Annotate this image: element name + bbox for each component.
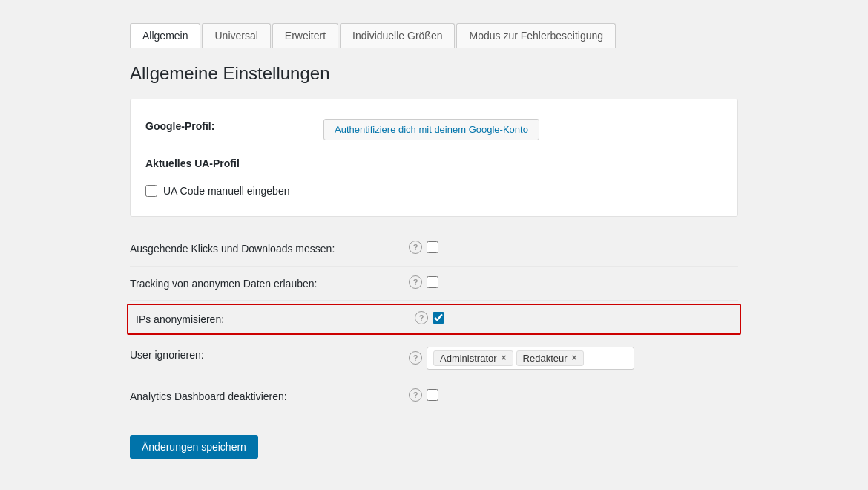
outer-label-tracking-anonym: Tracking von anonymen Daten erlauben: <box>130 275 397 292</box>
settings-box: Google-Profil: Authentifiziere dich mit … <box>130 99 738 217</box>
help-icon-ips-anonymisieren[interactable]: ? <box>415 311 428 324</box>
outer-row-user-ignorieren: User ignorieren:?Administrator ×Redakteu… <box>130 338 738 379</box>
save-button[interactable]: Änderungen speichern <box>130 435 258 459</box>
google-profil-row: Google-Profil: Authentifiziere dich mit … <box>145 111 723 148</box>
tag-redakteur: Redakteur × <box>516 350 584 366</box>
outer-control-analytics-dashboard: ? <box>409 388 438 402</box>
tab-modus-fehlerbeseitigung[interactable]: Modus zur Fehlerbeseitigung <box>456 23 616 48</box>
help-icon-analytics-dashboard[interactable]: ? <box>409 388 422 402</box>
outer-label-user-ignorieren: User ignorieren: <box>130 347 397 363</box>
help-icon-user-ignorieren[interactable]: ? <box>409 351 422 365</box>
outer-row-analytics-dashboard: Analytics Dashboard deaktivieren:? <box>130 379 738 414</box>
google-profil-label: Google-Profil: <box>145 119 309 132</box>
tag-remove-redakteur[interactable]: × <box>572 353 577 363</box>
auth-google-button[interactable]: Authentifiziere dich mit deinem Google-K… <box>323 119 539 140</box>
page-wrapper: AllgemeinUniversalErweitertIndividuelle … <box>100 0 768 481</box>
checkbox-tracking-anonym[interactable] <box>427 276 438 288</box>
page-title: Allgemeine Einstellungen <box>130 63 738 84</box>
tab-universal[interactable]: Universal <box>202 23 270 48</box>
ua-code-label: UA Code manuell eingeben <box>163 185 289 197</box>
outer-label-ausgehende-klicks: Ausgehende Klicks und Downloads messen: <box>130 241 397 257</box>
checkbox-ips-anonymisieren[interactable] <box>433 312 444 324</box>
outer-control-ausgehende-klicks: ? <box>409 241 438 254</box>
tag-container-user-ignorieren[interactable]: Administrator ×Redakteur × <box>427 347 634 370</box>
outer-control-tracking-anonym: ? <box>409 275 438 289</box>
help-icon-tracking-anonym[interactable]: ? <box>409 275 422 289</box>
outer-control-ips-anonymisieren: ? <box>415 311 444 324</box>
outer-label-ips-anonymisieren: IPs anonymisieren: <box>136 311 403 327</box>
tab-erweitert[interactable]: Erweitert <box>272 23 338 48</box>
outer-row-tracking-anonym: Tracking von anonymen Daten erlauben:? <box>130 267 738 301</box>
checkbox-analytics-dashboard[interactable] <box>427 389 438 401</box>
tabs-bar: AllgemeinUniversalErweitertIndividuelle … <box>130 22 738 48</box>
tab-allgemein[interactable]: Allgemein <box>130 23 200 48</box>
help-icon-ausgehende-klicks[interactable]: ? <box>409 241 422 254</box>
outer-control-user-ignorieren: ?Administrator ×Redakteur × <box>409 347 634 370</box>
outer-row-ausgehende-klicks: Ausgehende Klicks und Downloads messen:? <box>130 232 738 267</box>
tab-individuelle-groessen[interactable]: Individuelle Größen <box>340 23 455 48</box>
google-profil-control: Authentifiziere dich mit deinem Google-K… <box>323 119 723 140</box>
tag-administrator: Administrator × <box>433 350 513 366</box>
outer-row-ips-anonymisieren: IPs anonymisieren:? <box>127 304 741 335</box>
ua-code-control: UA Code manuell eingeben <box>145 185 723 197</box>
tag-remove-administrator[interactable]: × <box>502 353 507 363</box>
checkbox-ausgehende-klicks[interactable] <box>427 241 438 253</box>
ua-code-row: UA Code manuell eingeben <box>145 177 723 204</box>
ua-code-checkbox[interactable] <box>145 185 157 197</box>
aktuelles-ua-row: Aktuelles UA-Profil <box>145 148 723 177</box>
aktuelles-ua-label: Aktuelles UA-Profil <box>145 156 309 169</box>
outer-label-analytics-dashboard: Analytics Dashboard deaktivieren: <box>130 388 397 405</box>
outer-rows-wrapper: Ausgehende Klicks und Downloads messen:?… <box>130 232 738 413</box>
